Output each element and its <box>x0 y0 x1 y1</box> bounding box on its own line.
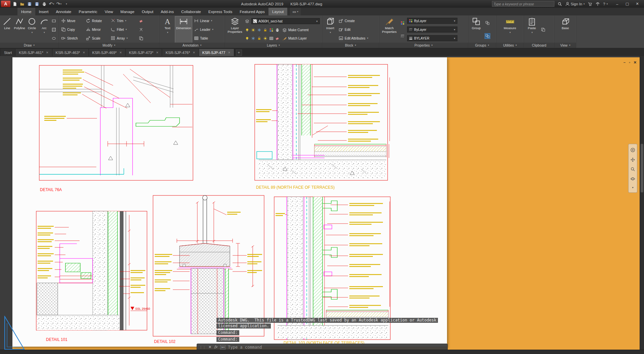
file-tab-ksr-sjp-469[interactable]: KSR-SJP-469*✕ <box>89 49 126 56</box>
ribbon-tab-express-tools[interactable]: Express Tools <box>205 8 236 15</box>
sign-in-button[interactable]: Sign In ▾ <box>565 2 585 6</box>
layer-walk-button[interactable] <box>269 36 274 41</box>
scrollbar-thumb[interactable] <box>641 144 643 192</box>
command-bar-grip[interactable]: ⋮⋮ <box>199 346 206 349</box>
ellipse-button[interactable] <box>51 36 56 41</box>
measure-button[interactable]: Measure▾ <box>502 16 518 43</box>
hatch-button[interactable] <box>51 27 56 32</box>
new-tab-button[interactable]: + <box>236 50 242 56</box>
tab-close-icon[interactable]: ✕ <box>119 51 122 54</box>
offset-button[interactable] <box>139 36 144 41</box>
panel-view-label[interactable]: View▾ <box>555 43 576 48</box>
layer-plot-button[interactable] <box>275 27 280 33</box>
tab-close-icon[interactable]: ✕ <box>83 51 85 54</box>
undo-button[interactable]: ↶▾ <box>48 1 55 7</box>
ribbon-tab-parametric[interactable]: Parametric <box>75 8 101 15</box>
navbar-more-icon[interactable]: ▾ <box>632 186 633 189</box>
group-button[interactable]: Group <box>470 16 483 43</box>
circle-button[interactable]: Circle▾ <box>27 16 38 43</box>
copy-button[interactable]: Copy <box>60 27 85 32</box>
command-input[interactable] <box>228 345 445 350</box>
polyline-button[interactable]: Polyline <box>14 16 25 43</box>
file-tab-ksr-sjp-473[interactable]: KSR-SJP-473*✕ <box>126 49 162 56</box>
layer-state-button[interactable] <box>245 19 250 24</box>
layer-lock-button[interactable] <box>263 27 268 33</box>
layer-isolate-button[interactable] <box>251 27 256 33</box>
navigation-wheel-icon[interactable] <box>630 148 635 153</box>
save-button[interactable] <box>26 1 33 7</box>
command-close-icon[interactable]: ✕ <box>208 345 211 349</box>
make-current-button[interactable]: Make Current <box>282 28 309 33</box>
ribbon-tab-manage[interactable]: Manage <box>117 8 138 15</box>
erase-button[interactable] <box>139 18 144 23</box>
layer-color-button[interactable] <box>269 27 274 33</box>
file-tab-ksr-sjp-476[interactable]: KSR-SJP-476*✕ <box>162 49 199 56</box>
help-button[interactable]: ?▾ <box>603 2 608 6</box>
open-button[interactable] <box>19 1 25 7</box>
ribbon-tab-annotate[interactable]: Annotate <box>52 8 75 15</box>
new-button[interactable] <box>11 1 18 7</box>
layer-unlock-button[interactable] <box>257 36 262 41</box>
panel-clipboard-label[interactable]: Clipboard <box>524 43 554 48</box>
close-button[interactable]: ✕ <box>632 0 642 8</box>
ribbon-tab-layout[interactable]: Layout <box>268 8 288 15</box>
minimize-button[interactable]: – <box>612 0 622 8</box>
line-button[interactable]: Line <box>2 16 13 43</box>
trim-button[interactable]: Trim▾ <box>110 18 136 23</box>
table-button[interactable]: Table <box>193 36 214 41</box>
layer-delete-button[interactable] <box>275 36 280 41</box>
edit-block-button[interactable]: Edit <box>338 27 369 32</box>
save-as-button[interactable] <box>34 1 40 7</box>
match-layer-button[interactable]: Match Layer <box>282 36 307 41</box>
drawing-restore-button[interactable]: ▫ <box>629 60 630 65</box>
ribbon-tab-home[interactable]: Home <box>17 8 35 15</box>
stretch-button[interactable]: Stretch <box>60 36 85 41</box>
mirror-button[interactable]: Mirror <box>85 27 110 32</box>
recent-commands-icon[interactable]: >▾ <box>220 345 226 350</box>
layer-freeze-button[interactable] <box>257 27 262 33</box>
file-tab-start[interactable]: Start <box>1 49 15 56</box>
drawing-canvas[interactable]: DETAIL 76A <box>0 56 644 350</box>
explode-button[interactable] <box>139 27 144 32</box>
paste-button[interactable]: Paste▾ <box>526 16 538 43</box>
arc-button[interactable]: Arc▾ <box>39 16 50 43</box>
linear-button[interactable]: Linear▾ <box>193 18 214 23</box>
layer-thaw-button[interactable] <box>251 36 256 41</box>
array-button[interactable]: Array▾ <box>110 36 136 41</box>
ungroup-button[interactable] <box>485 20 490 25</box>
layer-dropdown[interactable]: A060H_sect-hat ▼ <box>251 18 320 24</box>
rectangle-button[interactable] <box>51 18 56 23</box>
ribbon-display-toggle[interactable]: ▭▾ <box>290 8 300 15</box>
zoom-icon[interactable] <box>630 167 635 172</box>
group-edit-button[interactable] <box>485 34 490 39</box>
panel-layers-label[interactable]: Layers▾ <box>225 43 322 48</box>
pan-icon[interactable] <box>630 157 635 162</box>
plot-button[interactable] <box>41 1 47 7</box>
copy-clip-button[interactable] <box>541 27 546 32</box>
file-tab-ksr-sjp-477[interactable]: KSR-SJP-477✕ <box>199 49 234 56</box>
fillet-button[interactable]: Fillet▾ <box>110 27 136 32</box>
ribbon-tab-insert[interactable]: Insert <box>35 8 52 15</box>
ribbon-tab-featured-apps[interactable]: Featured Apps <box>236 8 268 15</box>
text-button[interactable]: Text▾ <box>161 16 174 43</box>
layer-unisolate-button[interactable] <box>263 36 268 41</box>
tab-close-icon[interactable]: ✕ <box>193 51 195 54</box>
lineweight-dropdown[interactable]: BYLAYER▼ <box>407 35 457 41</box>
paper-sheet[interactable]: DETAIL 76A <box>12 57 447 347</box>
drawing-minimize-button[interactable]: – <box>624 60 626 65</box>
layer-on-button[interactable] <box>245 36 250 41</box>
redo-button[interactable]: ↷▾ <box>56 1 62 7</box>
scale-button[interactable]: Scale <box>85 36 110 41</box>
drawing-close-button[interactable]: ✕ <box>634 60 637 65</box>
vertical-scrollbar[interactable] <box>640 56 644 350</box>
panel-properties-label[interactable]: Properties▾ <box>379 43 468 48</box>
dimension-button[interactable]: Dimension <box>175 16 192 43</box>
linetype-dropdown[interactable]: ByLayer▼ <box>407 26 457 33</box>
base-button[interactable]: Base <box>559 16 572 43</box>
panel-block-label[interactable]: Block▾ <box>322 43 379 48</box>
properties-swatch-button[interactable] <box>400 20 405 25</box>
app-store-button[interactable] <box>588 2 592 6</box>
command-customize-icon[interactable] <box>214 345 218 350</box>
orbit-icon[interactable] <box>630 176 635 181</box>
layer-off-button[interactable] <box>245 27 250 33</box>
